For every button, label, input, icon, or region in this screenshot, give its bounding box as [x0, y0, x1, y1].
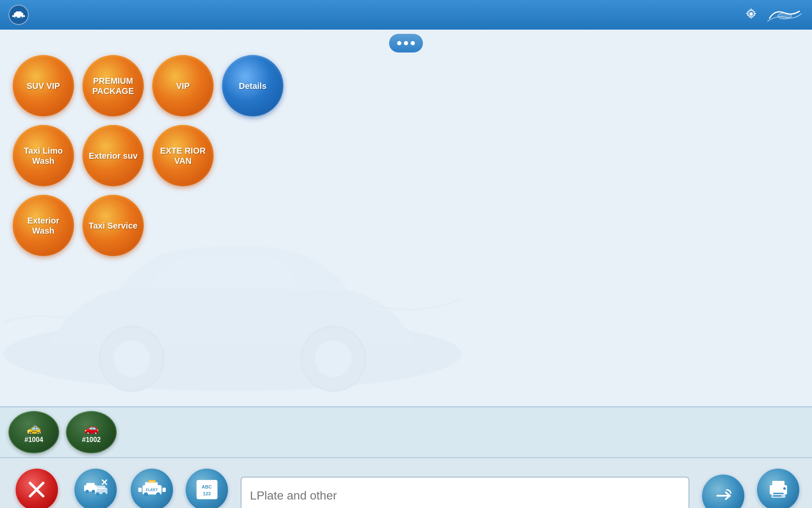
dot1 — [397, 41, 401, 45]
service-btn-vip[interactable]: VIP — [152, 55, 214, 116]
svg-rect-30 — [138, 488, 142, 492]
bottom-toolbar: Cancel Order Clear Queue — [0, 457, 812, 508]
service-btn-taxi-limo-wash[interactable]: Taxi Limo Wash — [13, 125, 74, 186]
svg-point-17 — [85, 490, 89, 493]
fleet-icon: FLEET TAXI — [131, 469, 173, 508]
clear-queue-icon — [74, 469, 117, 508]
queue-number-1004: #1004 — [25, 436, 44, 444]
service-grid: SUV VIP PREMIUM PACKAGE VIP Details Taxi… — [13, 55, 283, 256]
svg-text:FLEET: FLEET — [145, 488, 158, 492]
service-btn-details[interactable]: Details — [222, 55, 283, 116]
svg-point-22 — [102, 492, 106, 496]
svg-rect-1 — [16, 11, 22, 14]
grid-empty-cell — [222, 125, 283, 186]
logo-area — [765, 4, 804, 25]
dot2 — [404, 41, 408, 45]
queue-car-icon-1004: 🚕 — [27, 421, 41, 435]
svg-rect-38 — [772, 481, 785, 486]
print-icon — [757, 469, 799, 508]
top-bar-left — [8, 5, 29, 25]
svg-rect-40 — [773, 493, 784, 494]
scan-icon: ABC 123 — [186, 469, 228, 508]
svg-point-21 — [96, 492, 99, 496]
print-button[interactable]: Print — [757, 469, 799, 508]
svg-rect-41 — [773, 495, 782, 497]
svg-point-10 — [113, 340, 150, 377]
service-btn-exterior-suv[interactable]: Exterior suv — [82, 125, 144, 186]
app-icon — [8, 5, 29, 25]
dot3 — [411, 41, 415, 45]
svg-point-12 — [315, 340, 352, 377]
svg-point-27 — [144, 492, 148, 497]
lplate-input-wrap — [241, 477, 689, 508]
cancel-order-button[interactable]: Cancel Order — [13, 469, 60, 508]
svg-rect-4 — [12, 15, 14, 17]
svg-rect-34 — [197, 480, 217, 499]
queue-car-icon-1002: 🚗 — [84, 421, 99, 435]
send-button[interactable] — [702, 475, 744, 508]
queue-section: 🚕 #1004 🚗 #1002 — [0, 406, 812, 457]
svg-point-18 — [92, 490, 95, 493]
svg-text:ABC: ABC — [202, 484, 212, 489]
svg-rect-20 — [97, 486, 105, 489]
svg-rect-5 — [23, 15, 25, 17]
queue-item-1002[interactable]: 🚗 #1002 — [66, 411, 117, 453]
queue-number-1002: #1002 — [82, 436, 101, 444]
svg-point-6 — [749, 12, 753, 16]
service-btn-suv-vip[interactable]: SUV VIP — [13, 55, 74, 116]
svg-text:123: 123 — [203, 491, 210, 496]
svg-rect-31 — [162, 488, 166, 492]
scan-button[interactable]: ABC 123 Scan — [186, 469, 228, 508]
svg-text:TAXI: TAXI — [149, 481, 155, 483]
queue-item-1004[interactable]: 🚕 #1004 — [8, 411, 59, 453]
send-icon — [702, 475, 744, 508]
top-bar-right — [745, 4, 804, 25]
main-content: SUV VIP PREMIUM PACKAGE VIP Details Taxi… — [0, 30, 812, 406]
service-btn-premium-package[interactable]: PREMIUM PACKAGE — [82, 55, 144, 116]
service-btn-exterior-van[interactable]: EXTE RIOR VAN — [152, 125, 214, 186]
gear-icon[interactable] — [745, 8, 757, 22]
dots-button[interactable] — [389, 34, 423, 52]
service-btn-exterior-wash[interactable]: Exterior Wash — [13, 195, 74, 256]
lplate-input[interactable] — [250, 478, 680, 508]
cancel-order-icon — [16, 469, 58, 508]
svg-point-3 — [20, 17, 22, 19]
svg-point-42 — [783, 487, 786, 490]
svg-rect-39 — [771, 491, 785, 498]
service-btn-taxi-service[interactable]: Taxi Service — [82, 195, 144, 256]
svg-point-2 — [15, 17, 17, 19]
clear-queue-button[interactable]: Clear Queue — [73, 469, 118, 508]
svg-point-28 — [156, 492, 160, 497]
top-bar — [0, 0, 812, 30]
svg-point-7 — [778, 13, 791, 19]
svg-rect-16 — [86, 483, 95, 486]
fleet-button[interactable]: FLEET TAXI Fleet — [131, 469, 173, 508]
